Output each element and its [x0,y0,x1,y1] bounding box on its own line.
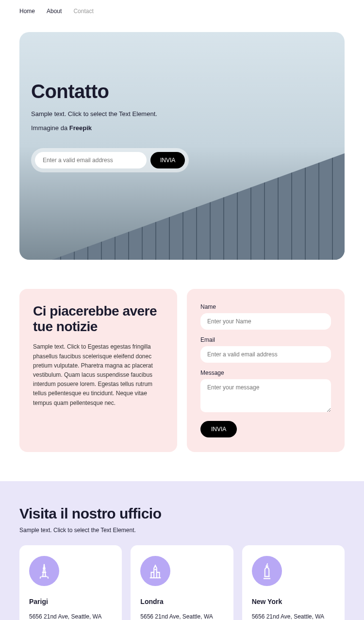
office-card-london: Londra 5656 21nd Ave, Seattle, WA 98456 … [131,545,233,620]
office-card-paris: Parigi 5656 21nd Ave, Seattle, WA 98456 … [19,545,122,620]
hero-credit: Immagine da Freepik [31,124,333,132]
contact-title: Ci piacerebbe avere tue notizie [33,303,164,335]
email-subscribe-bar: INVIA [31,148,189,172]
hero-email-input[interactable] [35,152,147,168]
office-city: Londra [140,598,223,605]
message-input[interactable] [200,379,331,412]
office-addr: 5656 21nd Ave, Seattle, WA 98456 [29,612,112,620]
office-card-newyork: New York 5656 21nd Ave, Seattle, WA 9845… [242,545,345,620]
hero-title: Contatto [31,81,333,102]
statue-liberty-icon [252,556,282,586]
big-ben-icon [140,556,170,586]
nav-contact[interactable]: Contact [73,8,93,15]
offices-desc: Sample text. Click to select the Text El… [19,527,345,534]
office-city: Parigi [29,598,112,605]
office-addr: 5656 21nd Ave, Seattle, WA 98456 [252,612,335,620]
offices-section: Visita il nostro ufficio Sample text. Cl… [0,481,364,620]
hero-desc: Sample text. Click to select the Text El… [31,110,333,117]
name-input[interactable] [200,313,331,330]
office-addr: 5656 21nd Ave, Seattle, WA 98456 [140,612,223,620]
nav-home[interactable]: Home [19,8,35,15]
message-label: Message [200,369,331,376]
nav-about[interactable]: About [47,8,62,15]
hero-section: Contatto Sample text. Click to select th… [19,32,345,260]
contact-desc: Sample text. Click to Egestas egestas fr… [33,342,164,407]
offices-title: Visita il nostro ufficio [19,505,345,522]
name-label: Name [200,303,331,310]
top-nav: Home About Contact [0,0,364,22]
contact-intro-card: Ci piacerebbe avere tue notizie Sample t… [19,289,177,452]
email-input[interactable] [200,346,331,363]
email-label: Email [200,336,331,343]
form-submit-button[interactable]: INVIA [200,421,237,437]
hero-submit-button[interactable]: INVIA [150,152,185,168]
office-city: New York [252,598,335,605]
contact-form-card: Name Email Message INVIA [187,289,345,452]
eiffel-tower-icon [29,556,59,586]
